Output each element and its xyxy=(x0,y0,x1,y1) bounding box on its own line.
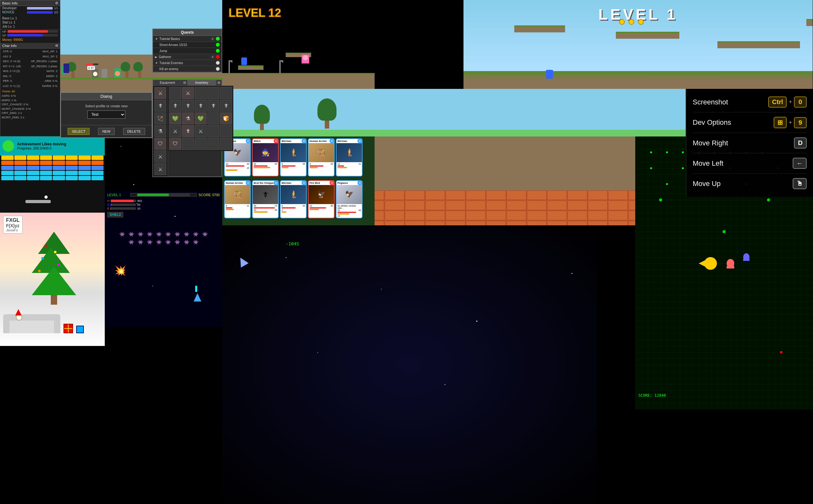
quest-item-tutorial-enemies[interactable]: ▼ Tutorial Enemies xyxy=(153,60,222,66)
new-button[interactable]: NEW xyxy=(98,128,115,135)
player-ship-2 xyxy=(194,293,201,302)
novice-label: NOVICE xyxy=(2,10,24,14)
dialog-title: Dialog xyxy=(61,93,152,100)
quest-item-kill-enemy: Kill an enemy xyxy=(153,66,222,72)
developer-val: 1/1 xyxy=(54,7,58,10)
card-merman-1[interactable]: C Merman1 🧜 825 xyxy=(280,138,307,176)
profile-dropdown[interactable]: Test Profile 1 Profile 2 xyxy=(87,110,125,119)
key-ctrl: Ctrl xyxy=(768,96,787,108)
shortcuts-panel: Screenshot Ctrl + 0 Dev Options ⊞ + 9 Mo… xyxy=(686,89,813,197)
inven-minimize[interactable]: ⊖ xyxy=(216,80,222,85)
tab-inventory[interactable]: Inventory xyxy=(187,80,216,85)
dialog-panel: Dialog Select profile or create new Test… xyxy=(60,92,152,138)
platformer-top-right: LEVEL 1 xyxy=(463,0,813,89)
basic-info-title: Basic Info xyxy=(2,1,17,5)
inv-slot-20[interactable] xyxy=(220,125,232,137)
quests-title: Quests xyxy=(153,29,222,36)
inv-slot-19[interactable] xyxy=(207,125,219,137)
delete-button[interactable]: DELETE xyxy=(123,128,145,135)
inv-slot-6[interactable]: 🗡 xyxy=(169,100,181,112)
svg-point-11 xyxy=(650,167,652,169)
card-witch[interactable]: C Witch1 🧙 3225 xyxy=(252,138,279,176)
shortcut-screenshot-label: Screenshot xyxy=(693,98,728,106)
select-button[interactable]: SELECT xyxy=(68,128,90,135)
space-shooter-2: LEVEL 1 SCORE 3700 H 902 S 50 E 10 SHIEL… xyxy=(105,190,222,327)
shield-label: SHIELD xyxy=(107,212,123,217)
inv-slot-13[interactable]: 💚 xyxy=(195,112,207,124)
svg-point-12 xyxy=(682,167,684,169)
novice-val: 2/2 xyxy=(54,11,58,14)
quest-item-tutorial-basics[interactable]: ▼ Tutorial Basics x xyxy=(153,36,222,42)
plat2-level-badge: LEVEL 12 xyxy=(229,6,281,20)
job-lv: Job Lv. 1 xyxy=(2,25,15,28)
inv-slot-12[interactable]: ⚗ xyxy=(182,112,194,124)
inv-slot-5[interactable] xyxy=(220,87,232,99)
inv-slot-23[interactable] xyxy=(195,138,207,150)
svg-point-3 xyxy=(650,151,652,153)
inv-slot-15[interactable]: 🍞 xyxy=(220,112,232,124)
shortcut-move-up-label: Move Up xyxy=(693,180,721,188)
card-human-archer-1[interactable]: C Human Archer1 🏹 925 xyxy=(308,138,335,176)
explosion-2: 💥 xyxy=(114,265,126,276)
inv-slot-2[interactable]: ⚔ xyxy=(182,87,194,99)
platformer-level12-overlay: LEVEL 12 xyxy=(222,0,375,89)
equip-slot-3[interactable]: 🏹 xyxy=(154,112,166,124)
card-merman-3[interactable]: C Merman1 🧜 625 2 xyxy=(280,180,307,218)
equip-tabs: Equipment ⊖ Inventory ⊖ xyxy=(153,80,222,86)
inv-slot-22[interactable] xyxy=(182,138,194,150)
inv-slot-14[interactable] xyxy=(207,112,219,124)
inv-slot-3[interactable] xyxy=(195,87,207,99)
equip-slot-7[interactable]: ⚔ xyxy=(154,163,166,175)
achievement-text: Achievement Likes moving xyxy=(17,142,66,146)
card-fire-bird[interactable]: C Fire Bird1 🦅 1035 xyxy=(308,180,335,218)
equip-slot-2[interactable]: 🗡 xyxy=(154,100,166,112)
inv-slot-18[interactable]: ⚔ xyxy=(195,125,207,137)
galaxy-ship xyxy=(237,255,249,268)
card-brut[interactable]: C Brut the Chopper1 🗡 9973 4325 xyxy=(252,180,279,218)
equip-minimize[interactable]: ⊖ xyxy=(182,80,187,85)
inv-slot-10[interactable]: 🗡 xyxy=(220,100,232,112)
e-value: 10 xyxy=(137,207,140,210)
inv-slot-11[interactable]: 💚 xyxy=(169,112,181,124)
dialog-body-text: Select profile or create new xyxy=(65,104,148,108)
inv-slot-7[interactable]: 🗡 xyxy=(182,100,194,112)
key-0: 0 xyxy=(794,96,807,108)
inv-slot-4[interactable] xyxy=(207,87,219,99)
platform-2 xyxy=(616,32,679,39)
ss2-level: LEVEL 1 xyxy=(107,193,121,197)
shortcut-dev-label: Dev Options xyxy=(693,118,731,127)
card-human-archer-2[interactable]: C Human Archer1 🏹 911 xyxy=(224,180,251,218)
key-9: 9 xyxy=(794,117,807,128)
equip-slot-6[interactable]: ⚔ xyxy=(154,150,166,162)
ss2-score: SCORE 3700 xyxy=(198,193,220,197)
svg-point-21 xyxy=(767,198,770,202)
card-merman-2[interactable]: C Merman1 🧜 1211 xyxy=(336,138,363,176)
close-icon-2[interactable]: ⊖ xyxy=(55,43,58,48)
equip-slot-weapon[interactable]: ⚔ xyxy=(154,87,166,99)
fxgl-line3: JavaFx xyxy=(6,228,20,232)
quest-item-gatherer[interactable]: ▶ Gatherer x xyxy=(153,54,222,60)
inv-slot-16[interactable]: ⚔ xyxy=(169,125,181,137)
platform-1 xyxy=(514,25,565,32)
shortcut-move-left: Move Left ← xyxy=(693,153,807,174)
close-icon[interactable]: ⊖ xyxy=(55,1,58,5)
inv-slot-8[interactable]: 🗡 xyxy=(195,100,207,112)
e-label: E xyxy=(107,207,109,210)
inv-slot-21[interactable]: 🛡 xyxy=(169,138,181,150)
shortcut-move-right-label: Move Right xyxy=(693,139,728,147)
inv-slot-1[interactable] xyxy=(169,87,181,99)
inv-slot-24[interactable] xyxy=(207,138,219,150)
equip-slot-4[interactable]: ⚗ xyxy=(154,125,166,137)
galaxy-score: -104S xyxy=(286,241,299,246)
inv-slot-9[interactable]: 🗡 xyxy=(207,100,219,112)
achievement-progress: Progress: 200.0/400.0 xyxy=(17,146,66,150)
bar-label-hp: HP xyxy=(2,30,6,33)
inv-slot-17[interactable]: 🗡 xyxy=(182,125,194,137)
equip-slot-5[interactable]: 🛡 xyxy=(154,138,166,150)
card-pegasus-2[interactable]: C Pegasus1 🦅 An athletic combat elite...… xyxy=(336,180,363,218)
invaders-row-2: 👾 👾 👾 👾 👾 👾 👾 👾 xyxy=(105,240,222,245)
hud-bars: H 902 S 50 E 10 xyxy=(107,199,142,211)
equipment-panel: Equipment ⊖ Inventory ⊖ ⚔ 🗡 🏹 ⚗ 🛡 ⚔ ⚔ ⚔ … xyxy=(152,79,222,177)
inv-slot-25[interactable] xyxy=(220,138,232,150)
tab-equipment[interactable]: Equipment xyxy=(153,80,182,85)
